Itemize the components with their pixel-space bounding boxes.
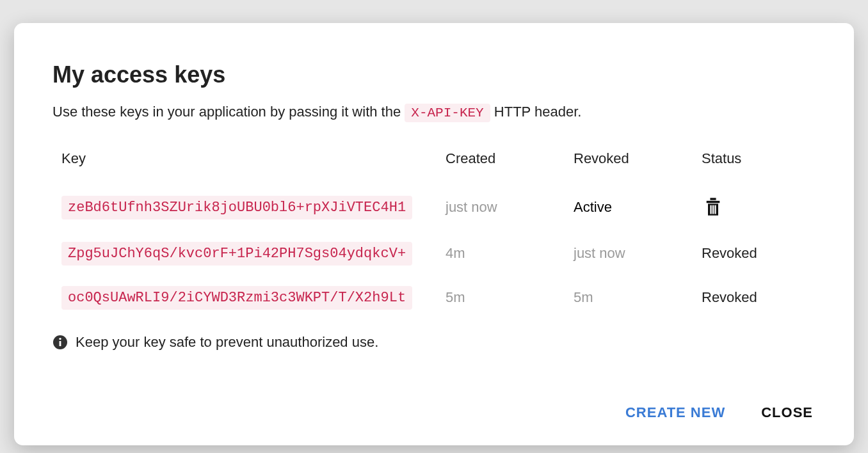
footer-note-text: Keep your key safe to prevent unauthoriz… — [76, 334, 378, 351]
svg-rect-4 — [712, 205, 714, 214]
modal-title: My access keys — [52, 61, 816, 88]
keys-table-body: zeBd6tUfnh3SZUrik8joUBU0bl6+rpXJiVTEC4H1… — [52, 184, 816, 320]
svg-rect-1 — [710, 198, 716, 200]
column-header-created: Created — [437, 143, 565, 184]
info-icon — [52, 335, 68, 350]
table-row: Zpg5uJChY6qS/kvc0rF+1Pi42PH7Sgs04ydqkcV+… — [52, 232, 816, 276]
column-header-key: Key — [52, 143, 437, 184]
svg-rect-5 — [714, 205, 716, 214]
subtitle-post: HTTP header. — [494, 104, 582, 120]
table-row: oc0QsUAwRLI9/2iCYWD3Rzmi3c3WKPT/T/X2h9Lt… — [52, 276, 816, 320]
column-header-status: Status — [693, 143, 816, 184]
modal-actions: CREATE NEW CLOSE — [52, 380, 816, 426]
revoked-cell: Active — [565, 184, 693, 232]
api-key-value[interactable]: Zpg5uJChY6qS/kvc0rF+1Pi42PH7Sgs04ydqkcV+ — [61, 242, 412, 266]
status-cell: Revoked — [693, 276, 816, 320]
status-cell: Revoked — [693, 232, 816, 276]
close-button[interactable]: CLOSE — [759, 399, 816, 426]
created-cell: 4m — [437, 232, 565, 276]
key-cell: zeBd6tUfnh3SZUrik8joUBU0bl6+rpXJiVTEC4H1 — [52, 184, 437, 232]
created-cell: 5m — [437, 276, 565, 320]
svg-rect-7 — [60, 341, 61, 346]
svg-rect-0 — [707, 200, 720, 202]
subtitle-pre: Use these keys in your application by pa… — [52, 104, 405, 120]
svg-rect-3 — [710, 205, 711, 214]
key-cell: oc0QsUAwRLI9/2iCYWD3Rzmi3c3WKPT/T/X2h9Lt — [52, 276, 437, 320]
modal-subtitle: Use these keys in your application by pa… — [52, 101, 816, 123]
http-header-code: X-API-KEY — [405, 104, 490, 122]
key-cell: Zpg5uJChY6qS/kvc0rF+1Pi42PH7Sgs04ydqkcV+ — [52, 232, 437, 276]
delete-key-button[interactable] — [702, 194, 725, 221]
revoked-cell: just now — [565, 232, 693, 276]
revoked-cell: 5m — [565, 276, 693, 320]
footer-note: Keep your key safe to prevent unauthoriz… — [52, 334, 816, 351]
column-header-revoked: Revoked — [565, 143, 693, 184]
create-new-button[interactable]: CREATE NEW — [623, 399, 728, 426]
svg-point-8 — [59, 337, 61, 339]
status-cell — [693, 184, 816, 232]
created-cell: just now — [437, 184, 565, 232]
keys-table: Key Created Revoked Status zeBd6tUfnh3SZ… — [52, 143, 816, 320]
trash-icon — [704, 196, 722, 219]
access-keys-modal: My access keys Use these keys in your ap… — [14, 23, 854, 445]
table-row: zeBd6tUfnh3SZUrik8joUBU0bl6+rpXJiVTEC4H1… — [52, 184, 816, 232]
api-key-value[interactable]: oc0QsUAwRLI9/2iCYWD3Rzmi3c3WKPT/T/X2h9Lt — [61, 286, 412, 310]
api-key-value[interactable]: zeBd6tUfnh3SZUrik8joUBU0bl6+rpXJiVTEC4H1 — [61, 196, 412, 219]
